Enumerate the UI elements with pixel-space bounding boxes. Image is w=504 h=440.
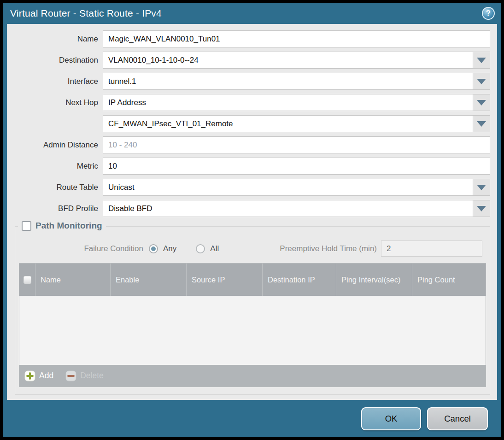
next-hop-type-input[interactable] xyxy=(103,94,473,111)
radio-selected-icon xyxy=(149,244,158,253)
help-icon[interactable]: ? xyxy=(482,7,495,20)
path-monitoring-controls: Failure Condition Any All Preemptive Hol… xyxy=(15,239,490,263)
add-button-label: Add xyxy=(39,371,53,381)
bfd-profile-row: BFD Profile xyxy=(7,200,490,217)
chevron-down-icon xyxy=(477,185,486,190)
chevron-down-icon xyxy=(477,79,486,84)
bfd-profile-input[interactable] xyxy=(103,200,473,217)
add-button[interactable]: Add xyxy=(24,370,53,381)
failure-condition-all-label: All xyxy=(210,244,219,253)
bfd-profile-dropdown-button[interactable] xyxy=(473,200,490,217)
next-hop-row: Next Hop xyxy=(7,94,490,111)
admin-distance-row: Admin Distance xyxy=(7,136,490,153)
chevron-down-icon xyxy=(477,58,486,63)
route-table-input[interactable] xyxy=(103,179,473,196)
failure-condition-label: Failure Condition xyxy=(15,244,149,253)
select-all-checkbox[interactable] xyxy=(23,276,31,284)
table-body-empty xyxy=(19,296,486,365)
destination-label: Destination xyxy=(7,56,103,65)
chevron-down-icon xyxy=(477,121,486,127)
next-hop-address-dropdown-button[interactable] xyxy=(473,115,490,132)
column-header-destination-ip[interactable]: Destination IP xyxy=(263,264,336,296)
radio-unselected-icon xyxy=(196,244,205,253)
delete-button[interactable]: Delete xyxy=(65,370,104,381)
next-hop-address-row xyxy=(7,115,490,132)
admin-distance-input[interactable] xyxy=(103,136,490,153)
bfd-profile-label: BFD Profile xyxy=(7,204,103,213)
column-header-ping-count[interactable]: Ping Count xyxy=(412,264,486,296)
admin-distance-label: Admin Distance xyxy=(7,141,103,150)
dialog-title: Virtual Router - Static Route - IPv4 xyxy=(10,8,482,19)
static-route-dialog: Virtual Router - Static Route - IPv4 ? N… xyxy=(3,3,501,437)
metric-label: Metric xyxy=(7,162,103,171)
titlebar: Virtual Router - Static Route - IPv4 ? xyxy=(3,3,501,24)
next-hop-dropdown-button[interactable] xyxy=(473,94,490,111)
route-table-row: Route Table xyxy=(7,179,490,196)
metric-input[interactable] xyxy=(103,158,490,175)
path-monitoring-table: Name Enable Source IP Destination IP Pin… xyxy=(19,263,486,387)
metric-row: Metric xyxy=(7,158,490,175)
path-monitoring-legend: Path Monitoring xyxy=(18,221,106,231)
chevron-down-icon xyxy=(477,100,486,106)
destination-dropdown-button[interactable] xyxy=(473,52,490,69)
column-header-ping-interval[interactable]: Ping Interval(sec) xyxy=(336,264,412,296)
ok-button[interactable]: OK xyxy=(361,407,421,430)
preemptive-hold-time-label: Preemptive Hold Time (min) xyxy=(280,244,381,253)
table-toolbar: Add Delete xyxy=(19,365,486,387)
dialog-footer: OK Cancel xyxy=(3,400,501,437)
interface-dropdown-button[interactable] xyxy=(473,73,490,90)
path-monitoring-section: Path Monitoring Failure Condition Any Al… xyxy=(15,226,490,395)
name-row: Name xyxy=(7,30,490,47)
name-input[interactable] xyxy=(103,30,490,47)
route-table-dropdown-button[interactable] xyxy=(473,179,490,196)
cancel-button[interactable]: Cancel xyxy=(427,407,488,430)
interface-input[interactable] xyxy=(103,73,473,90)
column-header-name[interactable]: Name xyxy=(35,264,111,296)
name-label: Name xyxy=(7,35,103,44)
interface-label: Interface xyxy=(7,77,103,86)
column-header-enable[interactable]: Enable xyxy=(111,264,187,296)
interface-row: Interface xyxy=(7,73,490,90)
plus-icon xyxy=(24,370,35,381)
column-header-source-ip[interactable]: Source IP xyxy=(187,264,263,296)
preemptive-hold-time-input[interactable] xyxy=(381,241,482,257)
route-table-label: Route Table xyxy=(7,183,103,192)
chevron-down-icon xyxy=(477,206,486,211)
delete-button-label: Delete xyxy=(80,371,104,381)
path-monitoring-checkbox[interactable] xyxy=(22,221,31,231)
path-monitoring-title: Path Monitoring xyxy=(35,221,102,231)
failure-condition-all-option[interactable]: All xyxy=(196,244,219,253)
destination-input[interactable] xyxy=(103,52,473,69)
next-hop-address-input[interactable] xyxy=(103,115,473,132)
minus-icon xyxy=(65,370,76,381)
failure-condition-any-label: Any xyxy=(163,244,176,253)
failure-condition-radio-group: Any All xyxy=(149,244,238,253)
failure-condition-any-option[interactable]: Any xyxy=(149,244,176,253)
select-all-checkbox-cell[interactable] xyxy=(19,264,35,296)
table-header-row: Name Enable Source IP Destination IP Pin… xyxy=(19,264,486,296)
next-hop-label: Next Hop xyxy=(7,98,103,107)
destination-row: Destination xyxy=(7,52,490,69)
dialog-content: Name Destination Interface xyxy=(7,24,497,400)
